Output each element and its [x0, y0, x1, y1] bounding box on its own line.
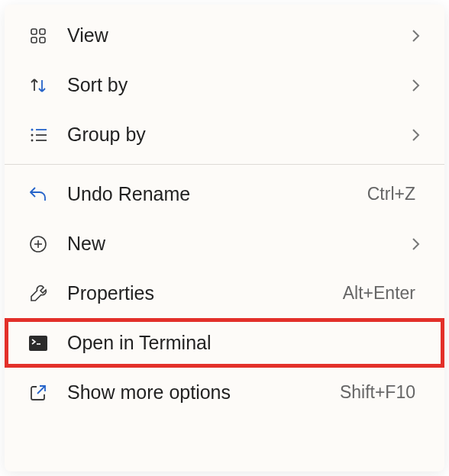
menu-item-shortcut: Ctrl+Z [367, 184, 415, 204]
menu-item-label: New [67, 233, 409, 255]
group-icon [27, 124, 49, 146]
chevron-right-icon [409, 236, 422, 252]
menu-item-show-more-options[interactable]: Show more options Shift+F10 [5, 368, 444, 417]
menu-item-shortcut: Shift+F10 [340, 382, 415, 403]
svg-point-4 [31, 128, 34, 130]
menu-item-open-in-terminal[interactable]: Open in Terminal [5, 318, 444, 368]
menu-item-sort-by[interactable]: Sort by [5, 60, 444, 110]
grid-icon [27, 25, 49, 47]
plus-circle-icon [27, 233, 49, 255]
menu-separator [5, 164, 444, 165]
svg-rect-13 [29, 336, 47, 351]
svg-point-6 [31, 133, 34, 136]
terminal-icon [27, 333, 49, 354]
chevron-right-icon [409, 127, 422, 143]
menu-item-label: Properties [67, 282, 343, 304]
menu-item-label: Group by [67, 124, 409, 146]
menu-item-view[interactable]: View [5, 11, 444, 60]
chevron-right-icon [409, 78, 422, 93]
menu-item-label: Show more options [67, 381, 340, 404]
chevron-right-icon [409, 28, 422, 43]
menu-item-label: Open in Terminal [67, 332, 422, 354]
svg-rect-0 [31, 29, 37, 34]
external-square-icon [27, 382, 49, 404]
sort-icon [27, 75, 49, 96]
wrench-icon [27, 283, 49, 304]
context-menu: View Sort by Group by [5, 5, 444, 471]
svg-rect-1 [40, 29, 45, 34]
svg-rect-2 [31, 37, 37, 43]
menu-item-label: Sort by [67, 74, 409, 96]
menu-item-label: Undo Rename [67, 183, 367, 205]
menu-item-new[interactable]: New [5, 219, 444, 269]
undo-icon [27, 184, 49, 205]
svg-point-8 [31, 139, 34, 141]
menu-item-group-by[interactable]: Group by [5, 110, 444, 159]
menu-item-undo-rename[interactable]: Undo Rename Ctrl+Z [5, 169, 444, 219]
menu-item-shortcut: Alt+Enter [343, 283, 415, 304]
menu-item-label: View [67, 24, 409, 47]
menu-item-properties[interactable]: Properties Alt+Enter [5, 269, 444, 318]
svg-rect-3 [40, 37, 45, 43]
